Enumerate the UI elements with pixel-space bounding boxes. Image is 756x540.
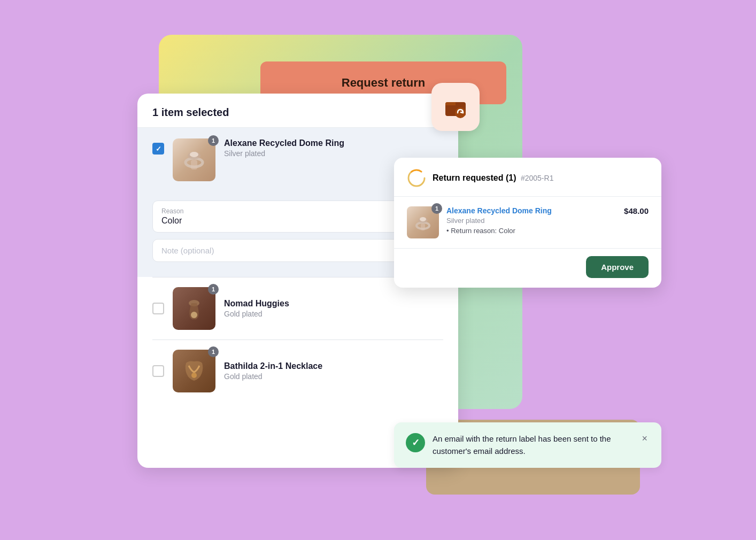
app-icon [431,83,480,131]
item1-image [173,138,215,181]
return-card: Return requested (1) #2005-R1 1 Alexane … [394,158,661,288]
return-thumb-wrap: 1 [407,206,439,238]
return-reason-text: • Return reason: Color [446,227,616,235]
item3-image-wrap: 1 [173,350,215,392]
return-item-row: 1 Alexane Recycled Dome Ring Silver plat… [394,197,661,248]
svg-point-4 [190,152,198,157]
return-card-header: Return requested (1) #2005-R1 [394,158,661,197]
item-row-3: 1 Bathilda 2-in-1 Necklace Gold plated [137,340,458,402]
reason-label: Reason [161,207,434,215]
reason-value: Color [161,216,434,226]
success-check-icon: ✓ [406,433,425,452]
item1-checkbox[interactable] [152,143,164,155]
item3-info: Bathilda 2-in-1 Necklace Gold plated [224,361,443,381]
item1-name: Alexane Recycled Dome Ring [224,138,443,148]
item3-checkbox[interactable] [152,365,164,377]
item3-badge: 1 [208,346,219,357]
item2-badge: 1 [208,284,219,295]
main-card-header: 1 item selected [137,94,458,128]
return-item-link[interactable]: Alexane Recycled Dome Ring [446,206,616,215]
scene: Request return 1 item selected [84,29,672,511]
approve-button[interactable]: Approve [586,256,649,278]
item3-image [173,350,215,392]
svg-point-9 [408,170,425,186]
item2-info: Nomad Huggies Gold plated [224,299,443,318]
success-message: An email with the return label has been … [433,433,632,457]
return-card-footer: Approve [394,248,661,288]
item2-checkbox[interactable] [152,303,164,314]
svg-rect-14 [421,223,425,230]
svg-point-7 [191,312,197,318]
return-price: $48.00 [624,206,649,215]
return-card-title: Return requested (1) #2005-R1 [433,173,553,183]
return-item-variant: Silver plated [446,217,616,225]
item3-name: Bathilda 2-in-1 Necklace [224,361,443,371]
item1-image-wrap: 1 [173,138,215,181]
notification-close-button[interactable]: × [639,433,650,444]
item1-badge: 1 [208,135,219,146]
svg-rect-5 [191,160,197,169]
item3-variant: Gold plated [224,372,443,381]
item2-name: Nomad Huggies [224,299,443,308]
items-selected-label: 1 item selected [152,106,229,118]
item2-image [173,287,215,330]
item1-variant: Silver plated [224,149,443,158]
svg-point-8 [191,373,197,378]
success-notification: ✓ An email with the return label has bee… [394,422,661,468]
svg-point-13 [420,217,426,221]
item2-image-wrap: 1 [173,287,215,330]
return-item-details: Alexane Recycled Dome Ring Silver plated… [446,206,616,235]
return-item-badge: 1 [431,203,442,214]
item1-info: Alexane Recycled Dome Ring Silver plated [224,138,443,158]
return-ref: #2005-R1 [521,174,554,182]
return-status-icon [407,168,426,188]
note-placeholder: Note (optional) [161,246,434,255]
item2-variant: Gold plated [224,310,443,318]
request-return-title: Request return [342,76,425,90]
